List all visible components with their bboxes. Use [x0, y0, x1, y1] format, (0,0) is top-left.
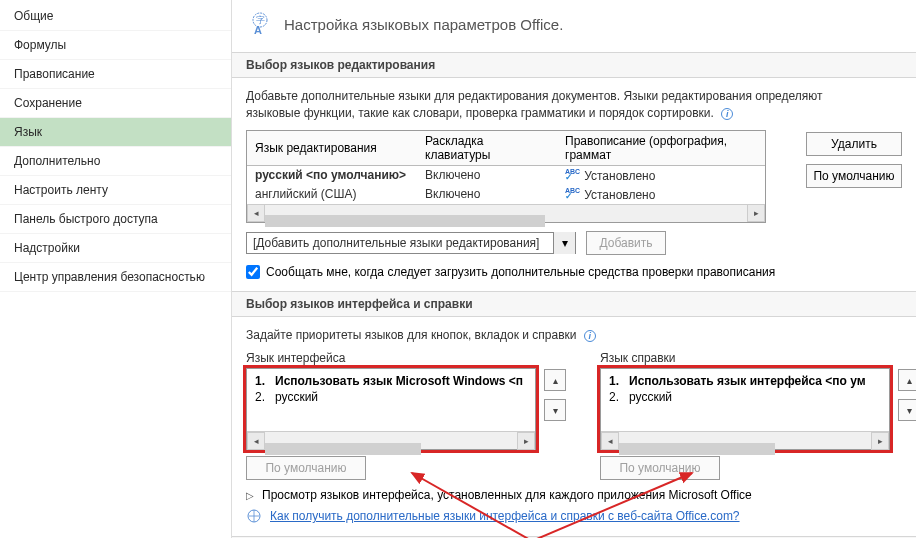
move-up-button[interactable]: ▴ [898, 369, 916, 391]
editing-lang-table[interactable]: Язык редактирования Раскладка клавиатуры… [246, 130, 766, 223]
ui-default-button: По умолчанию [246, 456, 366, 480]
sidebar-item-general[interactable]: Общие [0, 2, 231, 31]
proofing-installed-icon: ABC✓ [565, 168, 580, 179]
sidebar-item-ribbon[interactable]: Настроить ленту [0, 176, 231, 205]
move-up-button[interactable]: ▴ [544, 369, 566, 391]
hscroll[interactable]: ◂ ▸ [247, 431, 535, 449]
link-icon [246, 508, 262, 524]
sidebar-item-save[interactable]: Сохранение [0, 89, 231, 118]
hscroll[interactable]: ◂ ▸ [247, 204, 765, 222]
sidebar-item-qat[interactable]: Панель быстрого доступа [0, 205, 231, 234]
view-installed-langs-label[interactable]: Просмотр языков интерфейса, установленны… [262, 488, 752, 502]
scroll-left-icon[interactable]: ◂ [247, 432, 265, 450]
notify-download-label: Сообщать мне, когда следует загрузить до… [266, 265, 775, 279]
col-layout[interactable]: Раскладка клавиатуры [417, 131, 557, 166]
hscroll[interactable]: ◂ ▸ [601, 431, 889, 449]
set-default-button[interactable]: По умолчанию [806, 164, 902, 188]
sidebar-item-addins[interactable]: Надстройки [0, 234, 231, 263]
help-lang-list[interactable]: 1. Использовать язык интерфейса <по ум 2… [600, 368, 890, 450]
info-icon[interactable]: i [584, 330, 596, 342]
help-lang-box: Язык справки 1. Использовать язык интерф… [600, 351, 890, 480]
list-item[interactable]: 2. русский [255, 389, 527, 405]
move-down-button[interactable]: ▾ [898, 399, 916, 421]
sidebar-item-formulas[interactable]: Формулы [0, 31, 231, 60]
svg-line-4 [532, 473, 692, 538]
help-default-button: По умолчанию [600, 456, 720, 480]
add-button: Добавить [586, 231, 666, 255]
list-item[interactable]: 1. Использовать язык интерфейса <по ум [609, 373, 881, 389]
page-title: Настройка языковых параметров Office. [284, 16, 563, 33]
sidebar-item-trust[interactable]: Центр управления безопасностью [0, 263, 231, 292]
sidebar-nav: Общие Формулы Правописание Сохранение Яз… [0, 0, 232, 538]
sidebar-item-language[interactable]: Язык [0, 118, 231, 147]
col-proof[interactable]: Правописание (орфография, граммат [557, 131, 765, 166]
main-panel: 字 A Настройка языковых параметров Office… [232, 0, 916, 538]
svg-text:A: A [254, 24, 262, 36]
move-down-button[interactable]: ▾ [544, 399, 566, 421]
help-lang-title: Язык справки [600, 351, 890, 365]
scroll-left-icon[interactable]: ◂ [247, 204, 265, 222]
ui-desc: Задайте приоритеты языков для кнопок, вк… [246, 328, 576, 342]
sidebar-item-proofing[interactable]: Правописание [0, 60, 231, 89]
info-icon[interactable]: i [721, 108, 733, 120]
table-row[interactable]: русский <по умолчанию> Включено ABC✓Уста… [247, 165, 765, 185]
section-editing-title: Выбор языков редактирования [232, 52, 916, 78]
ui-lang-box: Язык интерфейса 1. Использовать язык Mic… [246, 351, 536, 480]
list-item[interactable]: 1. Использовать язык Microsoft Windows <… [255, 373, 527, 389]
sidebar-item-advanced[interactable]: Дополнительно [0, 147, 231, 176]
ui-lang-title: Язык интерфейса [246, 351, 536, 365]
editing-desc: Добавьте дополнительные языки для редакт… [246, 89, 823, 120]
list-item[interactable]: 2. русский [609, 389, 881, 405]
scroll-right-icon[interactable]: ▸ [517, 432, 535, 450]
scroll-right-icon[interactable]: ▸ [871, 432, 889, 450]
get-more-langs-link[interactable]: Как получить дополнительные языки интерф… [270, 509, 740, 523]
chevron-down-icon[interactable]: ▾ [553, 232, 575, 254]
add-lang-dropdown[interactable]: [Добавить дополнительные языки редактиро… [246, 232, 576, 254]
delete-button[interactable]: Удалить [806, 132, 902, 156]
ui-lang-list[interactable]: 1. Использовать язык Microsoft Windows <… [246, 368, 536, 450]
scroll-left-icon[interactable]: ◂ [601, 432, 619, 450]
disclosure-triangle-icon[interactable]: ▷ [246, 490, 254, 501]
section-ui-body: Задайте приоритеты языков для кнопок, вк… [232, 317, 916, 537]
table-row[interactable]: английский (США) Включено ABC✓Установлен… [247, 185, 765, 204]
proofing-installed-icon: ABC✓ [565, 187, 580, 198]
svg-line-3 [412, 473, 532, 538]
language-settings-icon: 字 A [246, 10, 274, 38]
scroll-right-icon[interactable]: ▸ [747, 204, 765, 222]
section-ui-title: Выбор языков интерфейса и справки [232, 291, 916, 317]
notify-download-checkbox[interactable] [246, 265, 260, 279]
section-editing-body: Добавьте дополнительные языки для редакт… [232, 78, 916, 291]
col-lang[interactable]: Язык редактирования [247, 131, 417, 166]
